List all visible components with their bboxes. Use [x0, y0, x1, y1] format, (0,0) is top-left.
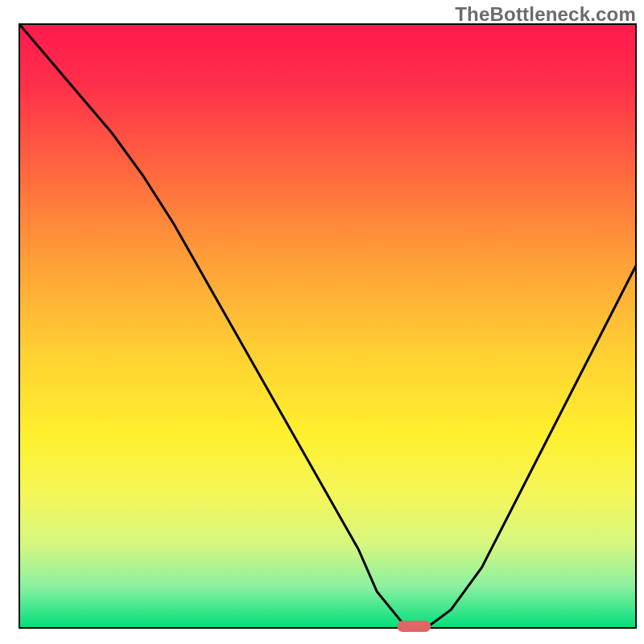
chart-container: TheBottleneck.com [0, 0, 644, 644]
gradient-background [19, 24, 636, 628]
watermark-text: TheBottleneck.com [455, 3, 636, 26]
bottleneck-chart [0, 0, 644, 644]
optimum-marker [397, 621, 431, 632]
